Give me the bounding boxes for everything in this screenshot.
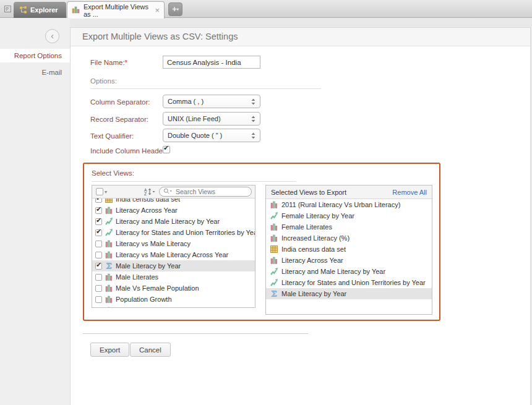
selected-view-row[interactable]: India census data set	[266, 244, 432, 255]
checkmark-icon: ✔	[96, 198, 101, 202]
chart-tab-icon	[72, 6, 80, 15]
selected-view-row[interactable]: Literacy for States and Union Territorie…	[266, 277, 432, 288]
bar-chart-icon	[105, 240, 113, 247]
selected-view-row[interactable]: Literacy and Male Literacy by Year	[266, 266, 432, 277]
view-row[interactable]: ✔ Male Literacy by Year	[92, 260, 255, 271]
checkmark-icon: ✔	[96, 228, 101, 236]
file-name-input[interactable]	[163, 56, 260, 69]
view-row-partial[interactable]	[92, 305, 255, 307]
select-views-highlight-box: Select Views: ✔ ▾ AZ	[83, 163, 440, 321]
summary-sigma-icon	[270, 290, 278, 297]
checkmark-icon: ✔	[96, 216, 101, 224]
selected-view-label: Literacy for States and Union Territorie…	[281, 279, 426, 286]
cancel-button[interactable]: Cancel	[130, 343, 171, 357]
text-qualifier-label: Text Qualifier:	[90, 132, 134, 140]
selected-view-row[interactable]: Increased Literacy (%)	[266, 232, 432, 244]
selected-view-row[interactable]: Male Literacy by Year	[266, 288, 432, 299]
column-separator-select[interactable]: Comma ( , )	[163, 95, 260, 108]
checkmark-icon: ✔	[163, 144, 169, 152]
include-column-header-checkbox[interactable]: ✔	[163, 146, 170, 153]
back-button[interactable]: ‹	[45, 29, 59, 43]
bar-chart-icon	[105, 307, 113, 307]
remove-all-link[interactable]: Remove All	[392, 189, 427, 196]
select-views-divider	[92, 181, 296, 182]
search-icon	[163, 186, 173, 197]
options-section-label: Options:	[90, 77, 117, 85]
view-row[interactable]: ✔ Male Literates	[92, 271, 255, 283]
view-checkbox[interactable]: ✔	[95, 285, 102, 292]
selected-view-label: 2011 (Rural Literacy Vs Urban Literacy)	[281, 201, 400, 208]
sort-icon[interactable]: AZ	[144, 187, 156, 198]
search-box[interactable]	[159, 187, 252, 197]
selected-views-panel: Selected Views to Export Remove All 2011…	[265, 185, 432, 315]
settings-panel: Export Multiple Views as CSV: Settings F…	[70, 27, 531, 405]
view-row[interactable]: ✔ Literacy vs Male Literacy	[92, 238, 255, 249]
search-input[interactable]	[174, 187, 236, 196]
view-row[interactable]: ✔ India census data set	[92, 198, 255, 205]
view-row[interactable]: ✔ Literacy and Male Literacy by Year	[92, 216, 255, 227]
view-label: Literacy Across Year	[116, 207, 178, 214]
view-checkbox[interactable]: ✔	[95, 229, 102, 236]
column-separator-label: Column Separator:	[90, 98, 150, 106]
record-separator-label: Record Separator:	[90, 115, 148, 124]
view-checkbox[interactable]: ✔	[95, 241, 102, 247]
view-checkbox[interactable]: ✔	[95, 198, 102, 203]
bar-chart-icon	[105, 284, 113, 292]
export-button[interactable]: Export	[90, 343, 129, 357]
sidebar-item-email[interactable]: E-mail	[0, 66, 70, 79]
selected-view-row[interactable]: Literacy Across Year	[266, 255, 432, 266]
tab-explorer[interactable]: Explorer	[14, 2, 66, 18]
explorer-tree-icon	[19, 6, 27, 15]
selected-view-label: Increased Literacy (%)	[281, 234, 350, 242]
close-tab-icon[interactable]: ×	[155, 6, 160, 14]
sidebar-item-report-options[interactable]: Report Options	[0, 49, 70, 62]
tab-bar: Explorer Export Multiple Views as ... × …	[0, 0, 532, 18]
table-icon	[105, 198, 113, 203]
view-row[interactable]: ✔ Literacy Across Year	[92, 205, 255, 216]
tab-export-views[interactable]: Export Multiple Views as ... ×	[67, 1, 165, 19]
view-checkbox[interactable]: ✔	[95, 218, 102, 225]
selected-view-row[interactable]: Female Literates	[266, 221, 432, 232]
view-row[interactable]: ✔ Population Growth	[92, 294, 255, 305]
line-chart-icon	[105, 229, 113, 236]
text-qualifier-select[interactable]: Double Quote ( " )	[163, 129, 260, 142]
select-all-dropdown-icon[interactable]: ▾	[105, 189, 107, 195]
line-chart-icon	[270, 212, 278, 220]
options-divider	[90, 88, 321, 89]
record-separator-select[interactable]: UNIX (Line Feed)	[163, 112, 260, 126]
include-column-header-label: Include Column Header:	[90, 147, 167, 155]
view-checkbox[interactable]: ✔	[95, 207, 102, 214]
selected-view-row[interactable]: 2011 (Rural Literacy Vs Urban Literacy)	[266, 199, 432, 210]
view-label: Population Growth	[116, 296, 172, 303]
select-all-checkbox[interactable]: ✔	[96, 188, 103, 195]
view-label: Male Vs Female Population	[116, 284, 199, 292]
selected-view-label: Female Literacy by Year	[281, 212, 354, 220]
restore-window-icon[interactable]	[2, 4, 13, 14]
select-stepper-icon	[251, 132, 255, 139]
bar-chart-icon	[105, 296, 113, 303]
view-row[interactable]: ✔ Literacy for States and Union Territor…	[92, 227, 255, 238]
line-chart-icon	[270, 268, 278, 275]
summary-sigma-icon	[105, 262, 113, 270]
bar-chart-icon	[270, 223, 278, 231]
selected-view-label: Literacy and Male Literacy by Year	[281, 268, 385, 275]
view-checkbox[interactable]: ✔	[95, 252, 102, 258]
selected-view-row[interactable]: Female Literacy by Year	[266, 210, 432, 221]
tab-explorer-label: Explorer	[30, 6, 58, 14]
view-label: Male Literates	[116, 273, 158, 281]
view-checkbox[interactable]: ✔	[95, 274, 102, 281]
bar-chart-icon	[270, 201, 278, 208]
checkmark-icon: ✔	[96, 205, 101, 213]
available-views-header: ✔ ▾ AZ	[92, 185, 255, 198]
svg-text:Z: Z	[144, 192, 147, 196]
chevron-left-icon: ‹	[51, 30, 54, 41]
view-checkbox[interactable]: ✔	[95, 296, 102, 303]
view-checkbox[interactable]: ✔	[95, 263, 102, 270]
select-stepper-icon	[251, 116, 255, 122]
view-row[interactable]: ✔ Literacy vs Male Literacy Across Year	[92, 249, 255, 260]
selected-view-label: Female Literates	[281, 223, 332, 231]
new-tab-button[interactable]: +▾	[168, 2, 182, 16]
view-row[interactable]: ✔ Male Vs Female Population	[92, 283, 255, 294]
available-views-panel: ✔ ▾ AZ ✔	[92, 185, 255, 308]
view-checkbox[interactable]	[95, 307, 102, 308]
